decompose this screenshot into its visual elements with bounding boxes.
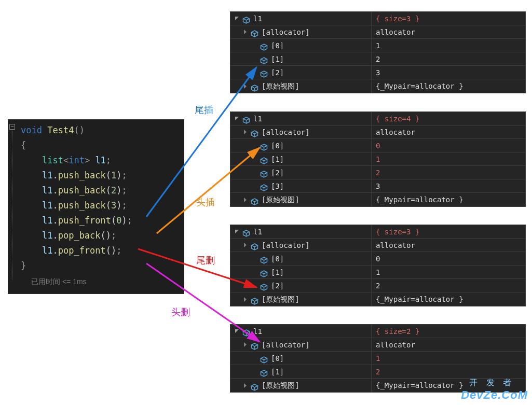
watch-row[interactable]: [原始视图]{_Mypair=allocator } — [230, 193, 525, 206]
watch-name: [原始视图] — [262, 292, 299, 306]
watch-row[interactable]: [原始视图]{_Mypair=allocator } — [230, 292, 525, 306]
watch-value: allocator — [372, 239, 525, 252]
expand-open-icon[interactable] — [235, 329, 239, 333]
watch-row[interactable]: [1]2 — [230, 365, 525, 379]
watch-value: allocator — [372, 125, 525, 138]
expand-open-icon[interactable] — [235, 116, 239, 121]
watch-row[interactable]: l1{ size=3 } — [230, 225, 525, 239]
watch-row[interactable]: [0]1 — [230, 39, 525, 52]
cube-icon — [242, 327, 250, 335]
watch-value: {_Mypair=allocator } — [372, 79, 525, 93]
watch-name: l1 — [253, 112, 262, 125]
watch-row[interactable]: l1{ size=4 } — [230, 112, 525, 125]
watermark: DevZe.CoM — [461, 388, 528, 402]
kw-void: void — [21, 125, 42, 135]
watch-value: 3 — [372, 179, 525, 192]
expand-closed-icon[interactable] — [243, 342, 248, 347]
expand-open-icon[interactable] — [235, 229, 239, 234]
watch-name: [0] — [271, 139, 284, 152]
watch-name: l1 — [253, 325, 262, 338]
watch-name: [0] — [271, 39, 284, 52]
watch-row[interactable]: [allocator]allocator — [230, 25, 525, 39]
cube-icon — [260, 182, 268, 190]
expand-closed-icon[interactable] — [243, 297, 248, 302]
watch-name: [allocator] — [262, 25, 310, 38]
cube-icon — [260, 282, 268, 289]
cube-icon — [251, 128, 258, 136]
cube-icon — [251, 341, 258, 348]
watch-row[interactable]: [2]2 — [230, 166, 525, 179]
cube-icon — [251, 196, 258, 204]
label-head-insert: 头插 — [196, 196, 215, 208]
expand-closed-icon[interactable] — [243, 84, 248, 89]
cube-icon — [242, 15, 250, 22]
watch-name: [1] — [271, 152, 284, 165]
code-pop-back: l1.pop_back(); — [8, 228, 184, 243]
watch-name: [2] — [271, 166, 284, 179]
watch-name: [allocator] — [262, 125, 310, 138]
watch-row[interactable]: l1{ size=3 } — [230, 12, 525, 25]
watch-value: 2 — [372, 279, 525, 292]
cube-icon — [260, 368, 268, 375]
cube-icon — [260, 268, 268, 276]
cube-icon — [260, 169, 268, 176]
watch-row[interactable]: [0]0 — [230, 252, 525, 266]
code-push-back-3: l1.push_back(3); — [8, 198, 184, 213]
watch-row[interactable]: [0]0 — [230, 139, 525, 152]
watch-panel-2: l1{ size=4 }[allocator]allocator[0]0[1]1… — [230, 111, 526, 207]
watch-value: 1 — [372, 152, 525, 165]
collapse-icon[interactable]: − — [9, 124, 15, 130]
expand-closed-icon[interactable] — [243, 198, 248, 202]
watch-value: { size=4 } — [372, 112, 525, 125]
expand-closed-icon[interactable] — [243, 383, 248, 388]
watch-row[interactable]: [3]3 — [230, 179, 525, 193]
watch-row[interactable]: l1{ size=2 } — [230, 325, 525, 338]
expand-closed-icon[interactable] — [243, 30, 248, 34]
cube-icon — [260, 68, 268, 76]
expand-closed-icon[interactable] — [243, 243, 248, 247]
watch-value: 1 — [372, 352, 525, 365]
cube-icon — [260, 142, 268, 149]
watch-row[interactable]: [2]3 — [230, 66, 525, 79]
watch-value: {_Mypair=allocator } — [372, 292, 525, 306]
watch-row[interactable]: [1]1 — [230, 152, 525, 166]
watch-name: [1] — [271, 266, 284, 278]
code-push-back-1: l1.push_back(1); — [8, 168, 184, 183]
watch-name: l1 — [253, 225, 262, 238]
watch-name: [原始视图] — [262, 193, 299, 206]
watch-row[interactable]: [2]2 — [230, 279, 525, 292]
elapsed-time: 已用时间 <= 1ms — [8, 273, 184, 294]
watch-value: 2 — [372, 166, 525, 179]
watch-value: { size=2 } — [372, 325, 525, 338]
guide-line — [12, 131, 12, 280]
cube-icon — [251, 382, 258, 389]
watch-panel-3: l1{ size=3 }[allocator]allocator[0]0[1]1… — [230, 225, 526, 306]
watch-value: 3 — [372, 66, 525, 79]
cube-icon — [251, 82, 258, 90]
watch-panel-1: l1{ size=3 }[allocator]allocator[0]1[1]2… — [230, 11, 526, 93]
watch-value: 0 — [372, 252, 525, 265]
watch-name: l1 — [253, 12, 262, 25]
expand-open-icon[interactable] — [235, 16, 239, 21]
cube-icon — [260, 255, 268, 262]
watermark-cn: 开 发 者 — [469, 378, 514, 388]
watch-row[interactable]: [allocator]allocator — [230, 239, 525, 252]
cube-icon — [251, 241, 258, 249]
watch-value: 2 — [372, 365, 525, 378]
watch-value: allocator — [372, 338, 525, 351]
watch-value: {_Mypair=allocator } — [372, 193, 525, 206]
watch-row[interactable]: [原始视图]{_Mypair=allocator } — [230, 79, 525, 93]
expand-closed-icon[interactable] — [243, 130, 248, 134]
watch-row[interactable]: [0]1 — [230, 352, 525, 365]
watch-row[interactable]: [allocator]allocator — [230, 338, 525, 352]
cube-icon — [251, 296, 258, 303]
cube-icon — [251, 28, 258, 36]
watch-row[interactable]: [1]2 — [230, 52, 525, 66]
watch-value: 2 — [372, 52, 525, 65]
watch-row[interactable]: [1]1 — [230, 266, 525, 279]
watch-row[interactable]: [allocator]allocator — [230, 125, 525, 139]
code-push-back-2: l1.push_back(2); — [8, 183, 184, 198]
cube-icon — [260, 41, 268, 49]
cube-icon — [260, 354, 268, 362]
label-tail-insert: 尾插 — [195, 104, 213, 116]
